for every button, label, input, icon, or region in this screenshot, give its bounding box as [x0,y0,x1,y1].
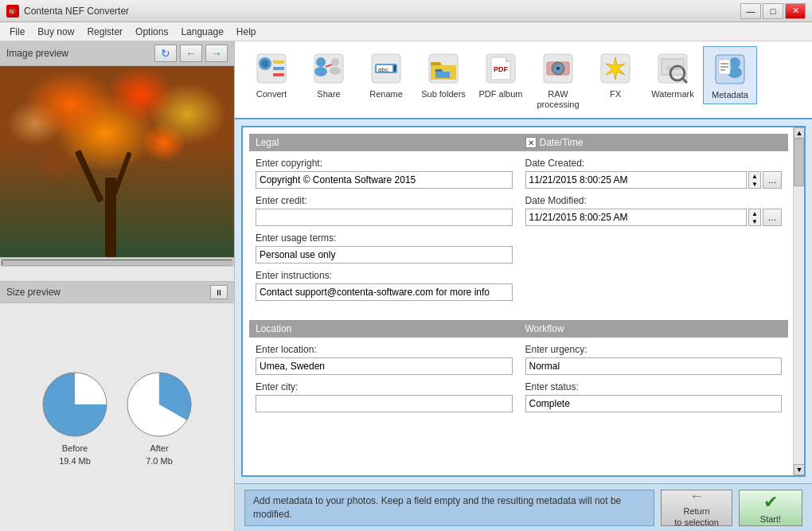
svg-point-13 [316,57,326,67]
date-created-input[interactable] [525,171,748,189]
svg-rect-11 [273,73,284,76]
after-size: 7.0 Mb [146,456,173,466]
date-modified-input[interactable] [525,209,748,226]
urgency-group: Enter urgency: [525,344,783,375]
svg-point-15 [331,58,339,66]
menu-help[interactable]: Help [230,25,263,39]
legal-header: Legal [249,134,519,151]
toolbar-metadata[interactable]: Metadata [703,46,757,104]
credit-label: Enter credit: [256,195,513,206]
before-size: 19.4 Mb [59,456,91,466]
watermark-icon: © wm [654,49,692,88]
date-created-field: ▲ ▼ … [525,171,783,189]
urgency-input[interactable] [525,357,783,375]
location-fields: Enter location: Enter city: [249,338,519,425]
copyright-input[interactable] [256,171,513,189]
maximize-button[interactable]: □ [763,3,783,19]
datetime-title: Date/Time [540,137,584,148]
menu-register[interactable]: Register [80,25,129,39]
datetime-checkbox[interactable]: ✕ [525,137,537,148]
return-button[interactable]: ← Return to selection [661,490,732,526]
prev-button[interactable]: ← [180,45,202,62]
start-button[interactable]: ✔ Start! [739,490,802,526]
raw-label: RAW processing [537,89,579,110]
instructions-label: Enter instructions: [256,270,513,281]
usage-group: Enter usage terms: [256,232,513,264]
metadata-icon [711,50,749,88]
date-created-spin[interactable]: ▲ ▼ [748,171,761,189]
instructions-input[interactable] [256,283,513,301]
image-preview-label: Image preview [6,48,68,59]
pause-button[interactable]: ⏸ [210,285,228,299]
credit-input[interactable] [256,209,513,226]
foliage-decoration [0,66,234,257]
toolbar-raw[interactable]: RAW processing [531,46,585,113]
scroll-thumb[interactable] [794,139,804,186]
watermark-label: Watermark [651,89,693,100]
convert-label: Convert [256,89,287,100]
pdfalbum-label: PDF album [478,89,522,100]
form-body: Legal Enter copyright: Enter credit: [243,127,804,438]
menu-language[interactable]: Language [174,25,229,39]
usage-input[interactable] [256,246,513,264]
menu-buynow[interactable]: Buy now [31,25,80,39]
content-area: ▲ ▼ Legal Enter [235,119,812,483]
spin-up2[interactable]: ▲ [749,209,760,217]
right-panel: Convert Share [235,41,812,531]
refresh-button[interactable]: ↻ [154,45,177,62]
urgency-label: Enter urgency: [525,344,783,355]
image-preview-area [0,66,234,281]
toolbar-rename[interactable]: abc Rename [359,46,413,103]
preview-nav-buttons: ↻ ← → [154,45,228,62]
date-modified-browse[interactable]: … [763,209,782,226]
menu-file[interactable]: File [3,25,31,39]
spin-up[interactable]: ▲ [749,172,760,180]
scroll-down[interactable]: ▼ [794,464,805,475]
spin-down[interactable]: ▼ [749,180,760,188]
info-text: Add metadata to your photos. Keep a fiel… [244,490,654,526]
date-created-browse[interactable]: … [763,171,782,189]
datetime-fields: Date Created: ▲ ▼ … [519,151,789,239]
location-title: Location [256,323,291,334]
after-chart: After 7.0 Mb [123,369,195,466]
return-line1: Return [683,506,709,516]
close-button[interactable]: ✕ [785,3,806,19]
bottom-bar: Add metadata to your photos. Keep a fiel… [235,483,812,531]
city-group: Enter city: [256,381,513,412]
menu-options[interactable]: Options [129,25,174,39]
image-preview-header: Image preview ↻ ← → [0,41,234,66]
location-input[interactable] [256,357,513,375]
after-label: After [150,443,168,453]
start-icon: ✔ [763,492,778,513]
date-modified-spin[interactable]: ▲ ▼ [748,209,761,226]
city-input[interactable] [256,395,513,412]
horizontal-scrollbar[interactable] [0,257,234,267]
toolbar-convert[interactable]: Convert [244,46,299,103]
status-input[interactable] [525,395,783,412]
toolbar-fx[interactable]: FX [588,46,642,103]
size-preview-area: Before 19.4 Mb After 7.0 Mb [0,303,234,531]
pdfalbum-icon: PDF [482,49,520,88]
date-created-group: Date Created: ▲ ▼ … [525,158,783,189]
location-header: Location [249,320,519,338]
date-modified-label: Date Modified: [525,195,783,206]
fx-icon [596,49,634,88]
datetime-header[interactable]: ✕ Date/Time [519,134,789,151]
toolbar-watermark[interactable]: © wm Watermark [646,46,700,103]
svg-text:abc: abc [378,66,388,73]
fx-label: FX [610,89,621,100]
toolbar-pdfalbum[interactable]: PDF PDF album [474,46,528,103]
location-workflow-row: Location Enter location: Enter city: [249,320,788,425]
spin-down2[interactable]: ▼ [749,217,760,225]
share-label: Share [317,89,340,100]
vertical-scrollbar[interactable]: ▲ ▼ [793,127,804,475]
toolbar-subfolders[interactable]: Sub folders [416,46,470,103]
date-modified-group: Date Modified: ▲ ▼ … [525,195,783,226]
minimize-button[interactable]: — [740,3,761,19]
toolbar-share[interactable]: Share [302,46,356,103]
city-label: Enter city: [256,381,513,392]
legal-datetime-row: Legal Enter copyright: Enter credit: [249,134,788,314]
next-button[interactable]: → [205,45,228,62]
app-title: Contenta NEF Converter [24,6,129,17]
scroll-up[interactable]: ▲ [794,127,805,139]
